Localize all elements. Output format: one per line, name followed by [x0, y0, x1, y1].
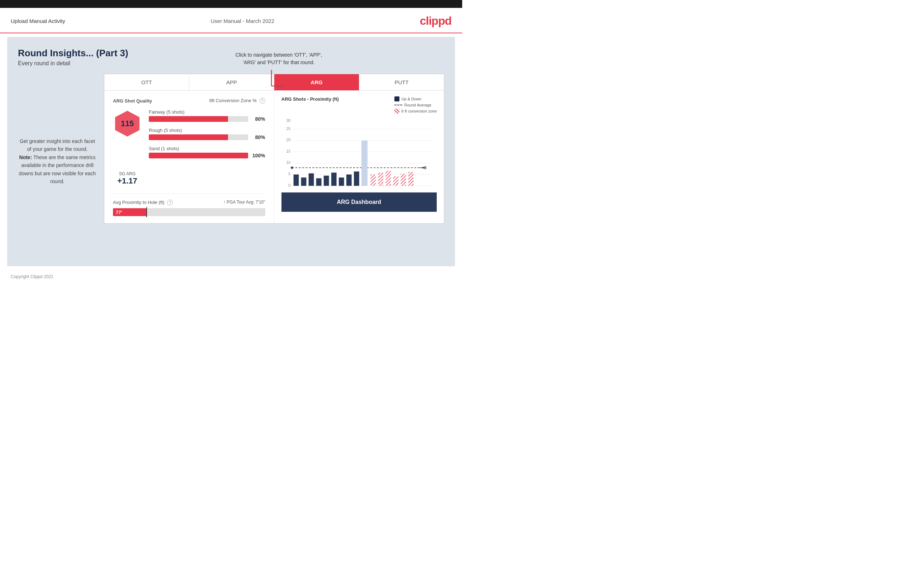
proximity-label: Avg Proximity to Hole (ft) ?	[113, 200, 173, 205]
legend-hatched-conversion	[394, 109, 399, 114]
sg-label: SG ARG	[113, 171, 142, 176]
svg-rect-35	[386, 171, 391, 185]
shot-row-fairway: Fairway (5 shots) 80%	[149, 109, 265, 122]
main-content: Round Insights... (Part 3) Every round i…	[7, 37, 455, 266]
proximity-section: Avg Proximity to Hole (ft) ? ↑ PGA Tour …	[113, 193, 265, 216]
sg-label-block: SG ARG +1.17	[113, 171, 142, 185]
legend-item-round-avg: Round Average	[394, 103, 437, 107]
svg-rect-22	[293, 174, 299, 186]
rough-label: Rough (5 shots)	[149, 127, 182, 133]
header-center: User Manual - March 2022	[210, 18, 274, 24]
svg-rect-25	[316, 178, 321, 185]
svg-text:25: 25	[286, 127, 291, 131]
legend-item-up-down: Up & Down	[394, 97, 437, 102]
copyright: Copyright Clippd 2021	[11, 274, 53, 279]
proximity-bar-value: 77'	[116, 210, 122, 215]
top-bar	[0, 0, 462, 8]
sand-percent: 100%	[251, 153, 265, 158]
help-icon[interactable]: ?	[260, 98, 265, 103]
header: Upload Manual Activity User Manual - Mar…	[0, 8, 462, 33]
svg-rect-31	[362, 140, 368, 185]
legend-box-up-down	[394, 97, 399, 102]
fairway-bar	[149, 116, 248, 122]
nav-annotation-line2: 'ARG' and 'PUTT' for that round.	[236, 59, 322, 66]
rough-bar	[149, 134, 248, 140]
footer: Copyright Clippd 2021	[0, 270, 462, 284]
shot-quality-label: ARG Shot Quality	[113, 98, 152, 103]
fairway-bar-fill	[149, 116, 228, 122]
tab-putt[interactable]: PUTT	[359, 74, 444, 90]
svg-rect-38	[408, 172, 414, 186]
svg-text:0: 0	[288, 183, 291, 187]
conversion-label: 6ft Conversion Zone % ?	[209, 98, 265, 103]
svg-rect-33	[370, 174, 376, 186]
proximity-pga: ↑ PGA Tour Avg: 7'10"	[223, 200, 265, 205]
nav-annotation: Click to navigate between 'OTT', 'APP', …	[236, 51, 322, 95]
svg-rect-37	[401, 174, 406, 186]
tab-ott[interactable]: OTT	[104, 74, 189, 90]
svg-rect-34	[378, 173, 383, 186]
header-left: Upload Manual Activity	[11, 18, 65, 24]
chart-area: 0 5 10 15 20 25 30	[281, 118, 437, 190]
legend-dashed-round-avg	[394, 105, 402, 105]
fairway-percent: 80%	[251, 116, 265, 122]
section-subtitle: Every round in detail	[18, 60, 444, 67]
legend-label-round-avg: Round Average	[404, 103, 432, 107]
left-panel: ARG Shot Quality 6ft Conversion Zone % ?…	[104, 91, 274, 223]
right-panel: ARG Shots - Proximity (ft) Up & Down Rou…	[274, 91, 444, 223]
chart-svg: 0 5 10 15 20 25 30	[281, 118, 437, 190]
shot-row-rough: Rough (5 shots) 80%	[149, 127, 265, 140]
sand-bar	[149, 153, 248, 158]
shot-quality-content: 115 Fairway (5 shots)	[113, 109, 265, 164]
svg-rect-23	[301, 177, 306, 185]
svg-rect-28	[338, 177, 344, 185]
svg-rect-29	[346, 174, 351, 186]
svg-rect-36	[393, 176, 398, 185]
svg-rect-26	[323, 176, 329, 185]
sg-value: +1.17	[117, 176, 137, 185]
sand-bar-fill	[149, 153, 248, 158]
svg-text:30: 30	[286, 118, 291, 122]
svg-text:15: 15	[286, 149, 291, 153]
shot-row-sand: Sand (1 shots) 100%	[149, 146, 265, 158]
header-logo: clippd	[420, 15, 451, 27]
proximity-help-icon[interactable]: ?	[167, 200, 173, 205]
card-body: ARG Shot Quality 6ft Conversion Zone % ?…	[104, 91, 444, 223]
nav-arrow	[264, 66, 293, 95]
card-container: OTT APP ARG PUTT ARG Shot Quality 6ft Co…	[104, 74, 444, 224]
rough-bar-fill	[149, 134, 228, 140]
chart-legend: Up & Down Round Average 6 ft conversion …	[394, 97, 437, 114]
proximity-cursor	[146, 207, 147, 217]
legend-label-conversion: 6 ft conversion zone	[402, 109, 437, 113]
legend-item-conversion: 6 ft conversion zone	[394, 109, 437, 114]
right-panel-header: ARG Shots - Proximity (ft) Up & Down Rou…	[281, 97, 437, 114]
proximity-bar-container: 77'	[113, 208, 265, 216]
svg-marker-18	[291, 166, 293, 169]
nav-annotation-line1: Click to navigate between 'OTT', 'APP',	[236, 51, 322, 59]
legend-label-up-down: Up & Down	[402, 97, 422, 101]
proximity-header: Avg Proximity to Hole (ft) ? ↑ PGA Tour …	[113, 200, 265, 205]
sg-section: SG ARG +1.17	[113, 171, 265, 185]
fairway-label: Fairway (5 shots)	[149, 109, 185, 115]
hex-value: 115	[121, 119, 134, 128]
chart-title: ARG Shots - Proximity (ft)	[281, 97, 339, 102]
svg-text:10: 10	[286, 160, 291, 164]
left-description: Get greater insight into each facet of y…	[18, 137, 97, 185]
svg-rect-24	[309, 174, 314, 186]
proximity-bar-fill: 77'	[113, 208, 146, 216]
shot-quality-header: ARG Shot Quality 6ft Conversion Zone % ?	[113, 98, 265, 103]
svg-text:5: 5	[288, 172, 291, 176]
shot-rows: Fairway (5 shots) 80%	[149, 109, 265, 164]
svg-marker-2	[280, 84, 284, 88]
arg-dashboard-button[interactable]: ARG Dashboard	[281, 192, 437, 212]
rough-percent: 80%	[251, 134, 265, 140]
svg-rect-27	[331, 173, 336, 186]
section-title: Round Insights... (Part 3)	[18, 48, 444, 59]
svg-rect-30	[354, 171, 359, 185]
svg-text:20: 20	[286, 138, 291, 142]
sand-label: Sand (1 shots)	[149, 146, 179, 151]
left-desc-text: Get greater insight into each facet of y…	[19, 139, 96, 184]
hex-badge: 115	[113, 109, 142, 138]
